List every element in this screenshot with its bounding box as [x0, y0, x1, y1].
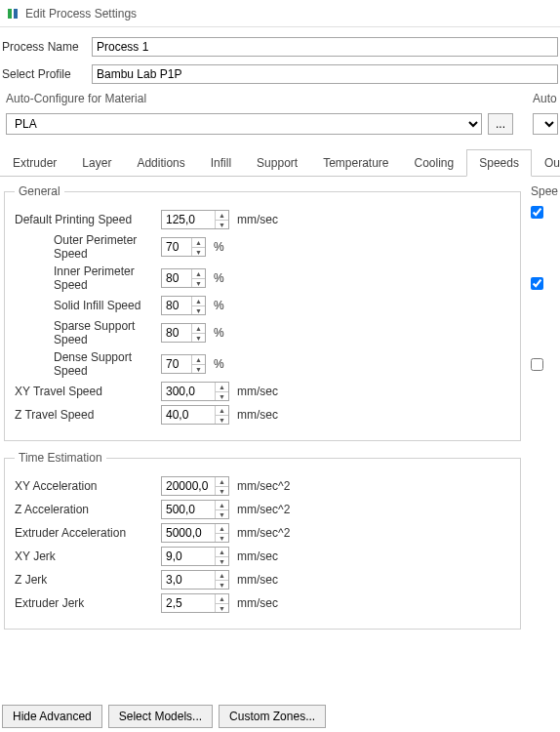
- material-select[interactable]: PLA: [6, 113, 482, 135]
- spin-up-icon[interactable]: ▲: [192, 238, 205, 248]
- spin-up-icon[interactable]: ▲: [216, 594, 228, 604]
- spin-text[interactable]: [162, 548, 215, 565]
- spin-input[interactable]: ▲▼: [161, 382, 229, 401]
- param-unit: mm/sec: [237, 408, 278, 422]
- spin-text[interactable]: [162, 594, 215, 612]
- param-unit: mm/sec: [237, 573, 278, 587]
- param-row: Extruder Jerk▲▼mm/sec: [15, 593, 510, 613]
- spin-down-icon[interactable]: ▼: [192, 279, 205, 288]
- group-time-estimation: Time Estimation XY Acceleration▲▼mm/sec^…: [4, 451, 521, 630]
- tab-extruder[interactable]: Extruder: [0, 149, 69, 177]
- spin-input[interactable]: ▲▼: [161, 523, 229, 543]
- spin-input[interactable]: ▲▼: [161, 354, 206, 374]
- spin-up-icon[interactable]: ▲: [216, 211, 228, 221]
- spin-down-icon[interactable]: ▼: [192, 248, 205, 257]
- spin-input[interactable]: ▲▼: [161, 547, 229, 566]
- param-label: XY Jerk: [15, 549, 161, 563]
- spin-up-icon[interactable]: ▲: [216, 406, 228, 416]
- spin-up-icon[interactable]: ▲: [192, 355, 205, 365]
- param-label: Sparse Support Speed: [15, 319, 161, 346]
- tab-cooling[interactable]: Cooling: [402, 149, 467, 177]
- tab-additions[interactable]: Additions: [124, 149, 197, 177]
- param-label: Dense Support Speed: [15, 350, 161, 378]
- spin-input[interactable]: ▲▼: [161, 593, 229, 613]
- spin-down-icon[interactable]: ▼: [216, 416, 228, 425]
- svg-rect-0: [8, 9, 12, 19]
- spin-text[interactable]: [162, 211, 215, 228]
- spin-up-icon[interactable]: ▲: [192, 324, 205, 334]
- spin-input[interactable]: ▲▼: [161, 268, 206, 288]
- param-unit: mm/sec: [237, 596, 278, 610]
- param-unit: %: [214, 357, 224, 371]
- param-unit: %: [214, 240, 224, 254]
- param-unit: %: [214, 271, 224, 285]
- spin-down-icon[interactable]: ▼: [192, 334, 205, 343]
- spin-down-icon[interactable]: ▼: [216, 604, 228, 613]
- spin-text[interactable]: [162, 238, 191, 256]
- autoconf-right-select[interactable]: Me: [533, 113, 558, 135]
- spin-text[interactable]: [162, 501, 215, 518]
- spin-down-icon[interactable]: ▼: [192, 365, 205, 374]
- select-profile-input[interactable]: [92, 64, 558, 84]
- param-unit: mm/sec: [237, 549, 278, 563]
- spin-input[interactable]: ▲▼: [161, 500, 229, 519]
- spin-text[interactable]: [162, 297, 191, 314]
- spin-down-icon[interactable]: ▼: [216, 557, 228, 566]
- checkbox[interactable]: [531, 206, 543, 219]
- spin-input[interactable]: ▲▼: [161, 323, 206, 343]
- param-unit: mm/sec^2: [237, 479, 290, 493]
- spin-input[interactable]: ▲▼: [161, 476, 229, 496]
- spin-input[interactable]: ▲▼: [161, 296, 206, 315]
- spin-down-icon[interactable]: ▼: [216, 392, 228, 401]
- spin-text[interactable]: [162, 383, 215, 400]
- process-name-input[interactable]: [92, 37, 558, 57]
- spin-text[interactable]: [162, 355, 191, 373]
- spin-up-icon[interactable]: ▲: [216, 477, 228, 487]
- spin-up-icon[interactable]: ▲: [216, 524, 228, 534]
- svg-rect-1: [14, 9, 18, 19]
- custom-zones-button[interactable]: Custom Zones...: [219, 705, 326, 728]
- spin-down-icon[interactable]: ▼: [216, 510, 228, 519]
- spin-up-icon[interactable]: ▲: [192, 297, 205, 306]
- tab-layer[interactable]: Layer: [69, 149, 124, 177]
- tab-support[interactable]: Support: [244, 149, 310, 177]
- spin-text[interactable]: [162, 524, 215, 542]
- spin-down-icon[interactable]: ▼: [192, 306, 205, 315]
- spin-down-icon[interactable]: ▼: [216, 221, 228, 229]
- param-row: XY Acceleration▲▼mm/sec^2: [15, 476, 510, 496]
- spin-up-icon[interactable]: ▲: [216, 383, 228, 392]
- checkbox[interactable]: [531, 358, 543, 371]
- spin-down-icon[interactable]: ▼: [216, 487, 228, 496]
- spin-input[interactable]: ▲▼: [161, 405, 229, 425]
- param-label: XY Acceleration: [15, 479, 161, 493]
- spin-input[interactable]: ▲▼: [161, 210, 229, 229]
- param-unit: %: [214, 326, 224, 340]
- spin-input[interactable]: ▲▼: [161, 570, 229, 590]
- spin-text[interactable]: [162, 269, 191, 287]
- param-label: Inner Perimeter Speed: [15, 264, 161, 292]
- param-unit: mm/sec: [237, 213, 278, 226]
- tab-infill[interactable]: Infill: [198, 149, 244, 177]
- param-row: Z Acceleration▲▼mm/sec^2: [15, 500, 510, 519]
- tab-output[interactable]: Output: [532, 149, 560, 177]
- titlebar: Edit Process Settings: [0, 0, 560, 27]
- spin-down-icon[interactable]: ▼: [216, 534, 228, 543]
- spin-input[interactable]: ▲▼: [161, 237, 206, 257]
- speed-override-check: [531, 277, 560, 290]
- spin-up-icon[interactable]: ▲: [216, 548, 228, 557]
- spin-up-icon[interactable]: ▲: [216, 571, 228, 581]
- select-models-button[interactable]: Select Models...: [108, 705, 213, 728]
- param-unit: %: [214, 299, 224, 312]
- spin-text[interactable]: [162, 324, 191, 342]
- spin-up-icon[interactable]: ▲: [192, 269, 205, 279]
- material-ellipsis-button[interactable]: ...: [488, 113, 513, 135]
- tab-speeds[interactable]: Speeds: [466, 149, 532, 177]
- checkbox[interactable]: [531, 277, 543, 290]
- spin-up-icon[interactable]: ▲: [216, 501, 228, 510]
- spin-text[interactable]: [162, 571, 215, 589]
- spin-text[interactable]: [162, 477, 215, 495]
- spin-text[interactable]: [162, 406, 215, 424]
- hide-advanced-button[interactable]: Hide Advanced: [2, 705, 102, 728]
- tab-temperature[interactable]: Temperature: [310, 149, 401, 177]
- spin-down-icon[interactable]: ▼: [216, 581, 228, 590]
